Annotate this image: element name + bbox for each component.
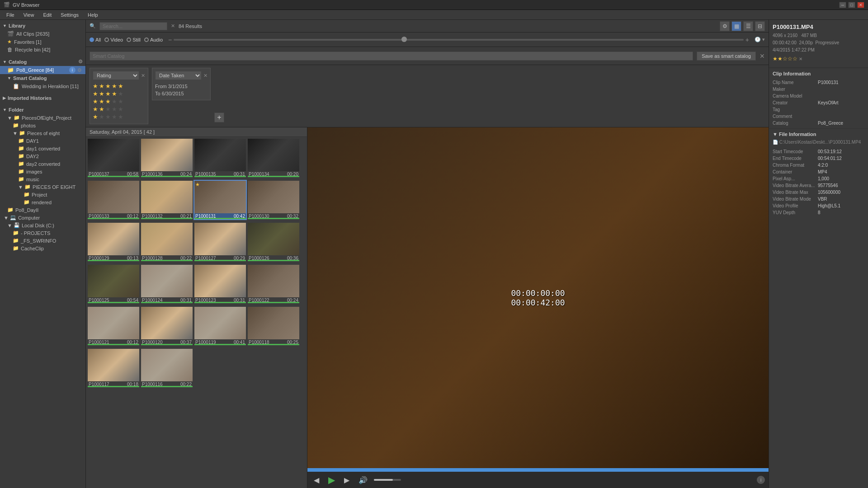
clip-p1000125[interactable]: P1000125 00:54	[88, 265, 139, 303]
volume-icon[interactable]: 🔊	[356, 475, 370, 485]
clip-p1000123[interactable]: P1000123 00:31	[194, 265, 246, 303]
folder-music[interactable]: 📁 music	[0, 175, 85, 183]
clip-p1000129[interactable]: P1000129 00:13	[88, 223, 139, 261]
folder-cacheclip[interactable]: 📁 CacheClip	[0, 244, 85, 252]
clip-p1000122[interactable]: P1000122 00:24	[248, 265, 299, 303]
library-header[interactable]: ▼ Library	[0, 22, 85, 30]
clip-p1000136[interactable]: P1000136 00:24	[141, 139, 193, 177]
radio-video[interactable]: Video	[104, 37, 123, 42]
clip-p1000134[interactable]: P1000134 00:20	[248, 139, 299, 177]
star-row-4[interactable]: ★ ★ ★ ★ ★	[93, 90, 145, 97]
folder-day2conv[interactable]: 📁 day2 converted	[0, 160, 85, 168]
volume-slider[interactable]	[374, 479, 401, 481]
folder-images[interactable]: 📁 images	[0, 168, 85, 175]
menu-edit[interactable]: Edit	[38, 11, 56, 19]
clip-p1000135[interactable]: P1000135 00:31	[194, 139, 246, 177]
clip-p1000132[interactable]: P1000132 00:21	[141, 181, 193, 219]
clip-p1000137[interactable]: P1000137 00:58	[88, 139, 139, 177]
search-clear-icon[interactable]: ✕	[171, 23, 175, 29]
folder-project[interactable]: 📁 Project	[0, 191, 85, 198]
settings-toolbar-button[interactable]: ⚙	[720, 21, 730, 31]
sidebar-item-recycle[interactable]: 🗑 Recycle bin [42]	[0, 46, 85, 54]
search-input[interactable]	[99, 22, 167, 30]
clip-p1000121[interactable]: P1000121 00:12	[88, 307, 139, 345]
zoom-in-icon[interactable]: +	[745, 36, 749, 43]
clip-p1000119[interactable]: P1000119 00:41	[194, 307, 246, 345]
clear-smart-catalog-icon[interactable]: ✕	[760, 52, 765, 60]
menu-file[interactable]: File	[2, 11, 19, 19]
star-row-2[interactable]: ★ ★ ★ ★ ★	[93, 106, 145, 113]
catalog-header[interactable]: ▼ Catalog ⚙	[0, 57, 85, 66]
rating-filter-select[interactable]: Rating	[93, 71, 139, 80]
list-view-button[interactable]: ☰	[743, 21, 753, 31]
clip-p1000131[interactable]: ★ P1000131 00:42	[194, 181, 246, 219]
smart-catalog-header[interactable]: ▼ Smart Catalog	[0, 74, 85, 82]
date-filter-select[interactable]: Date Taken	[155, 71, 202, 80]
star-row-5[interactable]: ★ ★ ★ ★ ★	[93, 83, 145, 89]
clip-p1000118[interactable]: P1000118 00:25	[248, 307, 299, 345]
stars-clear-icon[interactable]: ✕	[799, 56, 802, 61]
folder-day1conv[interactable]: 📁 day1 converted	[0, 145, 85, 152]
preview-info-button[interactable]: i	[757, 476, 765, 484]
clip-p1000120[interactable]: P1000120 00:37	[141, 307, 193, 345]
menu-view[interactable]: View	[19, 11, 39, 19]
radio-all[interactable]: All	[90, 37, 101, 42]
sidebar-item-po8greece[interactable]: 📁 Po8_Greece [84] i ⚙	[0, 66, 85, 74]
folder-day2[interactable]: 📁 DAY2	[0, 152, 85, 160]
close-button[interactable]: ✕	[857, 2, 864, 8]
rating-filter-close[interactable]: ✕	[141, 73, 145, 79]
play-button[interactable]: ▶	[326, 474, 338, 486]
maximize-button[interactable]: □	[848, 2, 855, 8]
folder-swrinfo[interactable]: 📁 _FS_SWRINFO	[0, 237, 85, 244]
radio-audio[interactable]: Audio	[144, 37, 163, 42]
folder-projects[interactable]: 📁 - PROJECTS	[0, 229, 85, 237]
clip-p1000124[interactable]: P1000124 00:31	[141, 265, 193, 303]
clip-p1000130[interactable]: P1000130 00:32	[248, 181, 299, 219]
grid-view-button[interactable]: ▦	[731, 21, 741, 31]
info-key-tag: Tag	[773, 107, 818, 112]
slider-track[interactable]	[174, 39, 744, 41]
zoom-out-icon[interactable]: −	[168, 36, 172, 43]
clip-p1000128[interactable]: P1000128 00:22	[141, 223, 193, 261]
folder-piecesproject[interactable]: ▼ 📁 PiecesOfEight_Project	[0, 114, 85, 122]
file-info-section-label[interactable]: ▼ File Information	[769, 128, 868, 138]
catalog-info-button[interactable]: i	[69, 67, 75, 73]
clip-p1000133[interactable]: P1000133 00:12	[88, 181, 139, 219]
detail-view-button[interactable]: ⊟	[755, 21, 765, 31]
clip-stars-row[interactable]: ★★☆☆☆ ✕	[773, 56, 864, 62]
menu-settings[interactable]: Settings	[56, 11, 83, 19]
folder-header[interactable]: ▼ Folder	[0, 106, 85, 114]
folder-rendered[interactable]: 📁 rendered	[0, 198, 85, 206]
smart-catalog-input[interactable]	[90, 52, 693, 61]
imported-histories-header[interactable]: ▶ Imported Histories	[0, 94, 85, 102]
clip-p1000127[interactable]: P1000127 00:29	[194, 223, 246, 261]
sidebar-item-wedding[interactable]: 📋 Wedding in Heraklion [11]	[0, 82, 85, 90]
folder-localdisk[interactable]: ▼ 💾 Local Disk (C:)	[0, 221, 85, 229]
save-smart-catalog-button[interactable]: Save as smart catalog	[697, 52, 756, 61]
sort-clock-icon[interactable]: 🕐 ▾	[755, 37, 765, 42]
folder-po8dayii[interactable]: 📁 Po8_DayII	[0, 206, 85, 214]
add-filter-button[interactable]: +	[214, 113, 224, 122]
catalog-expand-icon[interactable]: ⚙	[77, 67, 82, 73]
menu-help[interactable]: Help	[83, 11, 103, 19]
radio-still[interactable]: Still	[127, 37, 141, 42]
folder-piecesof8[interactable]: ▼ 📁 Pieces of eight	[0, 129, 85, 137]
star-row-3[interactable]: ★ ★ ★ ★ ★	[93, 98, 145, 105]
clip-p1000126[interactable]: P1000126 00:36	[248, 223, 299, 261]
star-row-1[interactable]: ★ ★ ★ ★ ★	[93, 113, 145, 120]
minimize-button[interactable]: ─	[839, 2, 846, 8]
sidebar-item-allclips[interactable]: 🎬 All Clips [2635]	[0, 30, 85, 38]
folder-poe[interactable]: ▼ 📁 PIECES OF EIGHT	[0, 183, 85, 191]
step-back-button[interactable]: ◀	[311, 475, 322, 485]
folder-photos[interactable]: 📁 photos	[0, 122, 85, 129]
catalog-settings-icon[interactable]: ⚙	[78, 59, 83, 65]
progress-bar-container[interactable]	[307, 468, 769, 472]
date-filter-close[interactable]: ✕	[203, 73, 208, 79]
step-forward-button[interactable]: ▶	[341, 475, 352, 485]
clip-more1[interactable]: P1000117 00:18	[88, 349, 139, 387]
slider-thumb[interactable]	[401, 37, 407, 42]
clip-more2[interactable]: P1000116 00:22	[141, 349, 193, 387]
folder-computer[interactable]: ▼ 💻 Computer	[0, 214, 85, 221]
sidebar-item-favorites[interactable]: ★ Favorites [1]	[0, 38, 85, 46]
folder-day1[interactable]: 📁 DAY1	[0, 137, 85, 145]
